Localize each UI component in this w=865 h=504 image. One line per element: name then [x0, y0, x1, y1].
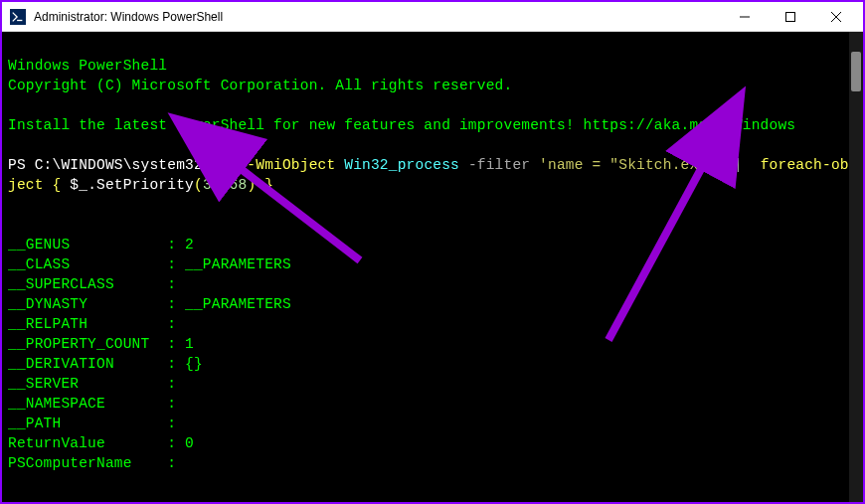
cmd-foreach-b: ject	[8, 177, 44, 193]
scrollbar-thumb[interactable]	[851, 52, 861, 91]
window-title: Administrator: Windows PowerShell	[34, 10, 722, 24]
maximize-button[interactable]	[768, 3, 813, 31]
header-line-2: Copyright (C) Microsoft Corporation. All…	[8, 78, 512, 93]
powershell-window: Administrator: Windows PowerShell Window…	[2, 2, 863, 502]
cmd-paren-close: )	[247, 177, 256, 193]
cmd-filter-flag: -filter	[468, 157, 530, 173]
powershell-icon	[10, 9, 26, 25]
cmd-dollar: $_	[70, 177, 87, 193]
window-controls	[722, 3, 859, 31]
minimize-button[interactable]	[722, 3, 768, 31]
cmd-brace-open: {	[44, 177, 71, 193]
cmd-class: Win32_process	[344, 157, 459, 173]
cmd-brace-close: }	[256, 177, 273, 193]
install-message: Install the latest PowerShell for new fe…	[8, 117, 795, 133]
header-line-1: Windows PowerShell	[8, 58, 167, 74]
cmd-filter-target: Skitch.exe	[618, 157, 707, 173]
svg-rect-1	[786, 12, 795, 21]
cmd-method: .SetPriority	[87, 177, 194, 193]
cmd-paren-open: (	[194, 177, 203, 193]
cmd-filter-close: "'	[707, 157, 725, 173]
cmd-filter-open: 'name = "	[539, 157, 618, 173]
scrollbar[interactable]	[849, 32, 863, 502]
prompt: PS C:\WINDOWS\system32>	[8, 157, 212, 173]
terminal[interactable]: Windows PowerShell Copyright (C) Microso…	[2, 32, 863, 502]
cmd-getwmi: Get-WmiObject	[221, 157, 336, 173]
cmd-priority: 32768	[203, 177, 248, 193]
cmd-foreach-a: foreach-ob	[761, 157, 849, 173]
titlebar[interactable]: Administrator: Windows PowerShell	[2, 2, 863, 32]
cmd-pipe: |	[725, 157, 752, 173]
output-table: __GENUS : 2 __CLASS : __PARAMETERS __SUP…	[8, 235, 857, 473]
close-button[interactable]	[813, 3, 859, 31]
